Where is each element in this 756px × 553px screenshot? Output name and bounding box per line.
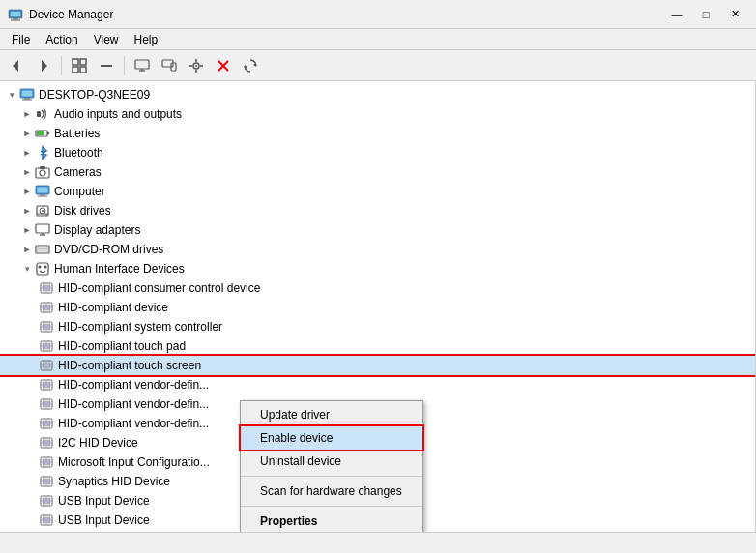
expand-icon[interactable]: ► (19, 240, 35, 259)
context-menu-properties[interactable]: Properties (241, 509, 422, 532)
svg-rect-7 (80, 59, 86, 65)
tree-item-cameras[interactable]: ► Cameras (0, 162, 755, 182)
disk-icon (35, 203, 50, 218)
tree-item-batteries[interactable]: ► Batteries (0, 124, 755, 143)
svg-rect-84 (43, 421, 50, 426)
hid-system-label: HID-compliant system controller (58, 320, 222, 334)
device-tree[interactable]: ▾ DESKTOP-Q3NEE09 ► (0, 81, 756, 532)
battery-icon (35, 126, 50, 141)
tree-item-hid-system[interactable]: HID-compliant system controller (0, 317, 755, 336)
toolbar-scan[interactable] (238, 53, 263, 78)
bluetooth-label: Bluetooth (54, 146, 103, 160)
expand-icon[interactable]: ► (19, 143, 35, 162)
context-menu-sep2 (241, 506, 422, 507)
toolbar-sep1 (61, 56, 62, 75)
expand-icon[interactable]: ► (19, 124, 35, 143)
menu-action[interactable]: Action (38, 31, 85, 48)
svg-marker-4 (13, 60, 18, 72)
svg-marker-5 (42, 60, 47, 72)
svg-rect-36 (40, 166, 45, 169)
svg-point-35 (40, 170, 45, 176)
expand-icon-hid[interactable]: ▾ (19, 259, 35, 278)
expand-icon[interactable]: ► (19, 220, 35, 240)
disk-label: Disk drives (54, 204, 111, 218)
tree-item-hid[interactable]: ▾ Human Interface Devices (0, 259, 755, 278)
window-controls: — □ ✕ (663, 5, 748, 24)
hid-system-icon (39, 319, 54, 335)
tree-root[interactable]: ▾ DESKTOP-Q3NEE09 (0, 85, 755, 104)
svg-rect-30 (37, 111, 41, 117)
bluetooth-icon (35, 145, 50, 160)
svg-rect-39 (40, 194, 45, 196)
toolbar-collapse[interactable] (94, 53, 119, 78)
batteries-label: Batteries (54, 127, 100, 140)
menu-file[interactable]: File (4, 31, 38, 48)
svg-rect-32 (47, 132, 49, 134)
ms-input-label: Microsoft Input Configuratio... (58, 455, 210, 469)
hid-vendor2-icon (39, 396, 54, 412)
svg-rect-1 (11, 12, 20, 16)
hid-vendor3-label: HID-compliant vendor-defin... (58, 417, 209, 430)
toolbar-update[interactable] (184, 53, 209, 78)
menu-view[interactable]: View (86, 31, 127, 48)
close-button[interactable]: ✕ (721, 5, 748, 24)
expand-icon[interactable]: ► (19, 104, 35, 124)
usb2-icon (39, 512, 54, 528)
context-menu-update[interactable]: Update driver (241, 403, 422, 426)
expand-icon[interactable]: ► (19, 182, 35, 201)
toolbar-back[interactable] (4, 53, 29, 78)
tree-item-hid-consumer[interactable]: HID-compliant consumer control device (0, 278, 755, 298)
tree-item-hid-touchpad[interactable]: HID-compliant touch pad (0, 336, 755, 356)
svg-rect-27 (22, 91, 33, 97)
expand-icon[interactable]: ► (19, 162, 35, 182)
toolbar (0, 50, 756, 81)
tree-item-disk[interactable]: ► Disk drives (0, 201, 755, 220)
toolbar-monitor2[interactable] (157, 53, 182, 78)
svg-rect-29 (22, 100, 32, 101)
camera-icon (35, 164, 50, 180)
svg-point-17 (195, 65, 197, 67)
svg-rect-56 (43, 285, 50, 291)
hid-touchpad-icon (39, 338, 54, 354)
tree-item-dvd[interactable]: ► DVD/CD-ROM drives (0, 240, 755, 259)
tree-item-hid-device[interactable]: HID-compliant device (0, 298, 755, 317)
context-menu-uninstall[interactable]: Uninstall device (241, 450, 422, 473)
toolbar-expand[interactable] (67, 53, 92, 78)
svg-rect-50 (37, 247, 48, 252)
svg-point-53 (39, 266, 42, 269)
svg-rect-76 (43, 382, 50, 388)
app-icon (8, 7, 23, 22)
svg-rect-11 (135, 60, 149, 69)
toolbar-monitor[interactable] (130, 53, 155, 78)
tree-item-hid-vendor1[interactable]: HID-compliant vendor-defin... (0, 375, 755, 394)
title-bar: Device Manager — □ ✕ (0, 0, 756, 29)
maximize-button[interactable]: □ (692, 5, 719, 24)
synaptics-label: Synaptics HID Device (58, 475, 170, 488)
menu-help[interactable]: Help (127, 31, 166, 48)
toolbar-forward[interactable] (31, 53, 56, 78)
svg-rect-92 (43, 459, 50, 465)
minimize-button[interactable]: — (663, 5, 690, 24)
usb1-icon (39, 493, 54, 509)
context-menu-scan[interactable]: Scan for hardware changes (241, 480, 422, 503)
expand-icon[interactable]: ▾ (4, 85, 19, 104)
svg-rect-2 (13, 18, 18, 20)
computer-icon2 (35, 184, 50, 199)
hid-touchscreen-label: HID-compliant touch screen (58, 359, 201, 372)
tree-item-display[interactable]: ► Display adapters (0, 220, 755, 240)
status-bar (0, 532, 756, 553)
svg-rect-88 (43, 440, 50, 446)
tree-item-audio[interactable]: ► Audio inputs and outputs (0, 104, 755, 124)
tree-item-bluetooth[interactable]: ► Bluetooth (0, 143, 755, 162)
context-menu-enable[interactable]: Enable device (241, 426, 422, 450)
expand-icon[interactable]: ► (19, 201, 35, 220)
svg-rect-60 (43, 305, 50, 310)
tree-item-computer[interactable]: ► Computer (0, 182, 755, 201)
menu-bar: File Action View Help (0, 29, 756, 50)
tree-item-hid-touchscreen[interactable]: HID-compliant touch screen (0, 356, 755, 375)
hid-vendor2-label: HID-compliant vendor-defin... (58, 397, 209, 411)
toolbar-remove[interactable] (211, 53, 236, 78)
svg-rect-33 (37, 131, 44, 135)
svg-rect-46 (36, 224, 49, 233)
computer-icon (19, 87, 35, 102)
